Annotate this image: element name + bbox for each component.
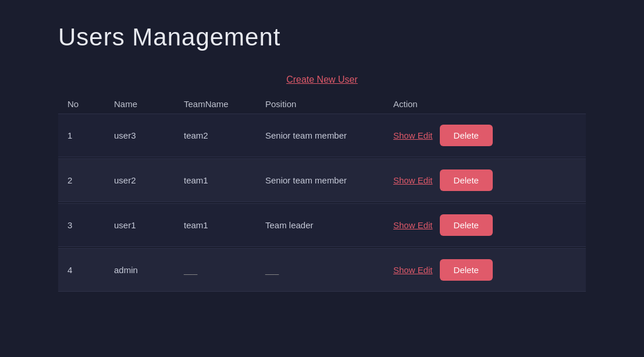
show-edit-link[interactable]: Show Edit	[393, 175, 433, 185]
show-edit-link[interactable]: Show Edit	[393, 265, 433, 275]
show-edit-link[interactable]: Show Edit	[393, 130, 433, 140]
header-name: Name	[114, 99, 184, 109]
cell-no: 1	[67, 130, 114, 140]
cell-position: Senior team member	[265, 175, 393, 185]
action-cell: Show Edit Delete	[393, 214, 577, 236]
cell-name: admin	[114, 265, 184, 275]
cell-name: user1	[114, 220, 184, 230]
table-row: 3 user1 team1 Team leader Show Edit Dele…	[58, 203, 586, 247]
delete-button[interactable]: Delete	[440, 125, 493, 146]
cell-position: Senior team member	[265, 130, 393, 140]
cell-teamname: ___	[184, 265, 265, 275]
cell-teamname: team1	[184, 220, 265, 230]
header-teamname: TeamName	[184, 99, 265, 109]
table-header: No Name TeamName Position Action	[58, 94, 586, 114]
delete-button[interactable]: Delete	[440, 169, 493, 191]
header-action: Action	[393, 99, 577, 109]
table-row: 1 user3 team2 Senior team member Show Ed…	[58, 114, 586, 157]
table-row: 2 user2 team1 Senior team member Show Ed…	[58, 158, 586, 202]
cell-name: user2	[114, 175, 184, 185]
cell-teamname: team2	[184, 130, 265, 140]
show-edit-link[interactable]: Show Edit	[393, 220, 433, 230]
table-body: 1 user3 team2 Senior team member Show Ed…	[58, 114, 586, 292]
cell-teamname: team1	[184, 175, 265, 185]
header-no: No	[67, 99, 114, 109]
cell-no: 2	[67, 175, 114, 185]
cell-no: 4	[67, 265, 114, 275]
action-cell: Show Edit Delete	[393, 125, 577, 146]
cell-no: 3	[67, 220, 114, 230]
cell-name: user3	[114, 130, 184, 140]
table-row: 4 admin ___ ___ Show Edit Delete	[58, 248, 586, 292]
cell-position: Team leader	[265, 220, 393, 230]
delete-button[interactable]: Delete	[440, 259, 493, 281]
cell-position: ___	[265, 265, 393, 275]
action-cell: Show Edit Delete	[393, 259, 577, 281]
action-cell: Show Edit Delete	[393, 169, 577, 191]
users-table: No Name TeamName Position Action 1 user3…	[58, 94, 586, 292]
delete-button[interactable]: Delete	[440, 214, 493, 236]
header-position: Position	[265, 99, 393, 109]
page-title: Users Management	[58, 23, 586, 51]
page-container: Users Management Create New User No Name…	[0, 0, 644, 316]
create-new-user-link[interactable]: Create New User	[58, 75, 586, 85]
